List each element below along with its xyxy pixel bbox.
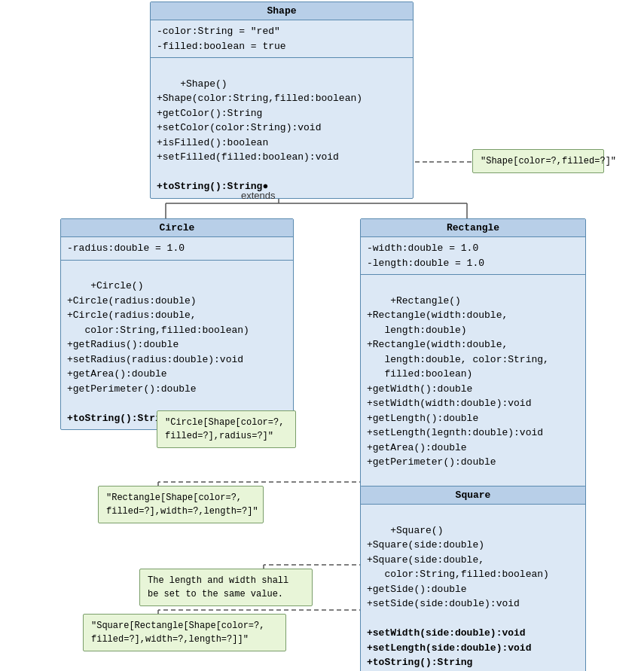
rectangle-note-text: "Rectangle[Shape[color=?, filled=?],widt…: [106, 493, 258, 517]
square-label-note: The length and width shall be set to the…: [139, 569, 313, 606]
square-class: Square +Square() +Square(side:double) +S…: [360, 486, 586, 671]
square-string-note: "Square[Rectangle[Shape[color=?, filled=…: [83, 614, 286, 651]
extends-label: extends: [241, 190, 276, 201]
circle-regular-methods: +Circle() +Circle(radius:double) +Circle…: [67, 280, 249, 395]
shape-note-text: "Shape[color=?,filled=?]": [481, 156, 616, 166]
square-methods: +Square() +Square(side:double) +Square(s…: [361, 505, 585, 671]
shape-methods: +Shape() +Shape(color:String,filled:bool…: [151, 58, 413, 198]
circle-note-text: "Circle[Shape[color=?, filled=?],radius=…: [165, 417, 284, 441]
rectangle-class: Rectangle -width:double = 1.0 -length:do…: [360, 218, 586, 504]
square-regular-methods: +Square() +Square(side:double) +Square(s…: [367, 525, 549, 610]
circle-note: "Circle[Shape[color=?, filled=?],radius=…: [157, 410, 296, 448]
rectangle-methods: +Rectangle() +Rectangle(width:double, le…: [361, 275, 585, 503]
circle-fields: -radius:double = 1.0: [61, 237, 293, 261]
rectangle-regular-methods: +Rectangle() +Rectangle(width:double, le…: [367, 295, 549, 468]
square-label-note-text: The length and width shall be set to the…: [148, 575, 288, 599]
circle-methods: +Circle() +Circle(radius:double) +Circle…: [61, 261, 293, 430]
shape-regular-methods: +Shape() +Shape(color:String,filled:bool…: [157, 78, 362, 163]
rectangle-class-header: Rectangle: [361, 219, 585, 237]
shape-note: "Shape[color=?,filled=?]": [472, 149, 604, 173]
square-class-header: Square: [361, 486, 585, 505]
square-string-note-text: "Square[Rectangle[Shape[color=?, filled=…: [91, 621, 264, 645]
circle-class-header: Circle: [61, 219, 293, 237]
shape-fields: -color:String = "red" -filled:boolean = …: [151, 20, 413, 58]
square-bold-methods: +setWidth(side:double):void +setLength(s…: [367, 627, 531, 668]
rectangle-fields: -width:double = 1.0 -length:double = 1.0: [361, 237, 585, 275]
rectangle-note: "Rectangle[Shape[color=?, filled=?],widt…: [98, 486, 264, 523]
circle-class: Circle -radius:double = 1.0 +Circle() +C…: [60, 218, 294, 430]
shape-class: Shape -color:String = "red" -filled:bool…: [150, 2, 414, 199]
shape-class-header: Shape: [151, 2, 413, 20]
